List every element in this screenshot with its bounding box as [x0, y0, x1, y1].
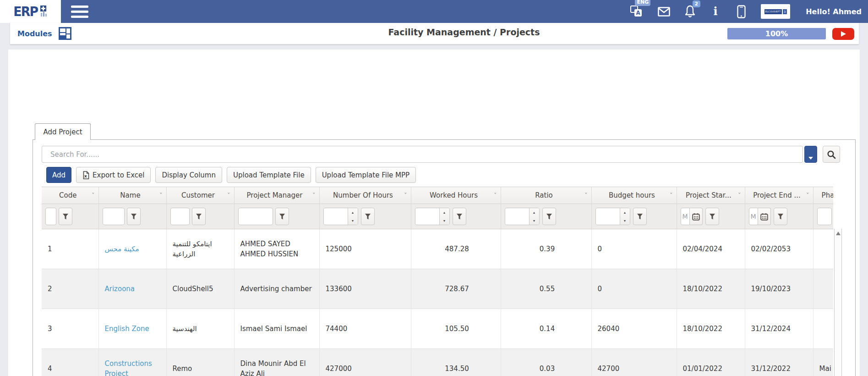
- modules-button[interactable]: Modules: [17, 27, 71, 40]
- column-header-end[interactable]: Project End ...˅: [745, 187, 813, 204]
- column-header-manager[interactable]: Project Manager˅: [234, 187, 319, 204]
- cell-name: Arizoona: [98, 269, 166, 309]
- export-to-excel-button[interactable]: x Export to Excel: [76, 167, 151, 183]
- search-icon: [827, 150, 836, 159]
- project-name-link[interactable]: English Zone: [105, 325, 149, 333]
- calendar-button-start[interactable]: [690, 208, 703, 225]
- chevron-down-icon[interactable]: ˅: [670, 192, 673, 199]
- spinner-down-ratio[interactable]: ▼: [530, 216, 539, 225]
- spinner-up-worked[interactable]: ▲: [440, 208, 449, 216]
- spinner-down-budget[interactable]: ▼: [620, 216, 630, 225]
- mail-icon[interactable]: [658, 4, 670, 19]
- column-label: Customer: [181, 191, 215, 199]
- play-icon: [841, 31, 846, 37]
- display-column-button[interactable]: Display Column: [155, 167, 222, 183]
- scroll-up-arrow-icon[interactable]: [836, 232, 841, 235]
- project-name-link[interactable]: Constructions Project: [105, 359, 152, 376]
- chevron-down-icon[interactable]: ˅: [738, 192, 741, 199]
- column-header-start[interactable]: Project Star...˅: [677, 187, 745, 204]
- project-name-link[interactable]: مكينة محس: [105, 245, 139, 253]
- cell-start: 02/04/2024: [677, 229, 745, 269]
- spinner-down-hours[interactable]: ▼: [348, 216, 358, 225]
- hamburger-menu-icon[interactable]: [71, 6, 88, 18]
- filter-button-code[interactable]: [59, 208, 72, 225]
- spinner-up-hours[interactable]: ▲: [348, 208, 358, 216]
- column-header-name[interactable]: Name˅: [98, 187, 166, 204]
- column-label: Worked Hours: [430, 191, 478, 199]
- calendar-button-end[interactable]: [758, 208, 771, 225]
- cell-phase: [813, 309, 833, 349]
- add-button[interactable]: Add: [46, 167, 71, 183]
- filter-button-end[interactable]: [774, 208, 787, 225]
- column-header-budget[interactable]: Budget hours˅: [591, 187, 677, 204]
- filter-input-hours[interactable]: [324, 208, 348, 225]
- column-header-worked[interactable]: Worked Hours˅: [411, 187, 501, 204]
- column-header-phase[interactable]: Phase˅: [813, 187, 833, 204]
- column-header-hours[interactable]: Number Of Hours˅: [319, 187, 411, 204]
- filter-cell-start: [677, 204, 745, 229]
- cell-worked: 487.28: [411, 229, 501, 269]
- spinner-up-ratio[interactable]: ▲: [530, 208, 539, 216]
- chevron-down-icon[interactable]: ˅: [312, 192, 316, 199]
- chevron-down-icon[interactable]: ˅: [584, 192, 588, 199]
- filter-cell-name: [98, 204, 166, 229]
- filter-input-budget[interactable]: [596, 208, 620, 225]
- filter-input-customer[interactable]: [170, 208, 190, 225]
- language-icon[interactable]: A ENG: [630, 4, 644, 19]
- spinner-down-worked[interactable]: ▼: [440, 216, 449, 225]
- filter-button-customer[interactable]: [192, 208, 206, 225]
- search-dropdown-button[interactable]: [804, 146, 817, 163]
- filter-input-manager[interactable]: [238, 208, 273, 225]
- mobile-icon[interactable]: [735, 4, 747, 19]
- projects-table: Code˅Name˅Customer˅Project Manager˅Numbe…: [42, 187, 833, 376]
- spinner-up-budget[interactable]: ▲: [620, 208, 630, 216]
- search-input[interactable]: [42, 146, 803, 163]
- filter-button-worked[interactable]: [453, 208, 466, 225]
- user-greeting[interactable]: Hello! Ahmed: [806, 7, 862, 16]
- filter-input-start[interactable]: [681, 208, 690, 225]
- cell-start: 18/10/2022: [677, 269, 745, 309]
- filter-button-name[interactable]: [127, 208, 141, 225]
- filter-input-name[interactable]: [103, 208, 125, 225]
- modules-label: Modules: [17, 29, 52, 38]
- filter-input-worked[interactable]: [415, 208, 439, 225]
- filter-button-budget[interactable]: [633, 208, 647, 225]
- filter-cell-end: [745, 204, 813, 229]
- chevron-down-icon[interactable]: ˅: [494, 192, 497, 199]
- chevron-down-icon[interactable]: ˅: [227, 192, 230, 199]
- column-label: Name: [120, 191, 140, 199]
- filter-button-manager[interactable]: [275, 208, 289, 225]
- filter-button-hours[interactable]: [361, 208, 375, 225]
- upload-template-file-button[interactable]: Upload Template File: [227, 167, 311, 183]
- info-icon[interactable]: i: [710, 4, 721, 19]
- cell-end: 02/02/2053: [745, 229, 813, 269]
- play-video-button[interactable]: [832, 28, 854, 40]
- upload-template-file-mpp-button[interactable]: Upload Template File MPP: [316, 167, 416, 183]
- calendar-icon: [760, 213, 768, 221]
- chevron-down-icon[interactable]: ˅: [404, 192, 407, 199]
- chevron-down-icon[interactable]: ˅: [92, 192, 95, 199]
- erp-logo[interactable]: ERP: [0, 0, 61, 23]
- erp-logo-pixels: [40, 6, 49, 17]
- notifications-bell-icon[interactable]: 2: [684, 4, 696, 19]
- table-scrollbar[interactable]: [834, 229, 842, 376]
- column-header-code[interactable]: Code˅: [42, 187, 98, 204]
- cell-customer: ايتامكو للتنمية الزراعية: [166, 229, 234, 269]
- cell-phase: Mai: [813, 349, 833, 376]
- company-logo-chip[interactable]: ELCOUSIEFT3: [761, 4, 790, 19]
- filter-input-phase[interactable]: [817, 208, 832, 225]
- project-name-link[interactable]: Arizoona: [105, 285, 135, 293]
- projects-panel: Add x Export to Excel Display Column Upl…: [33, 139, 856, 376]
- filter-input-ratio[interactable]: [505, 208, 529, 225]
- cell-phase: [813, 269, 833, 309]
- tab-add-project[interactable]: Add Project: [35, 123, 91, 140]
- column-header-ratio[interactable]: Ratio˅: [501, 187, 591, 204]
- search-button[interactable]: [823, 146, 840, 163]
- column-header-customer[interactable]: Customer˅: [166, 187, 234, 204]
- filter-button-start[interactable]: [705, 208, 719, 225]
- filter-input-code[interactable]: [45, 208, 56, 225]
- filter-button-ratio[interactable]: [542, 208, 556, 225]
- chevron-down-icon[interactable]: ˅: [806, 192, 809, 199]
- filter-input-end[interactable]: [749, 208, 758, 225]
- chevron-down-icon[interactable]: ˅: [159, 192, 163, 199]
